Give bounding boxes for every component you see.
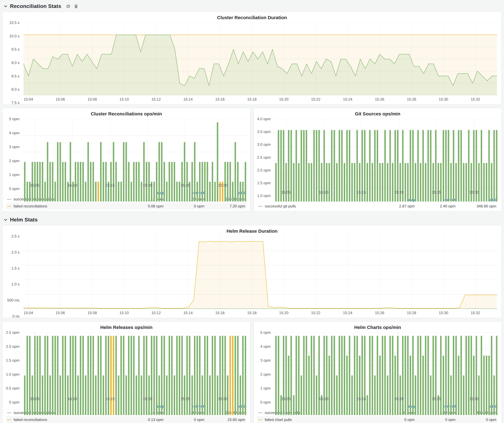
x-tick-label: 15:30: [469, 190, 479, 194]
row-header-helm-stats[interactable]: Helm Stats: [2, 215, 502, 225]
gear-icon[interactable]: [66, 4, 70, 9]
x-axis: 15:0415:0615:0815:1015:1215:1415:1615:18…: [22, 309, 498, 316]
x-tick-label: 15:25: [181, 183, 190, 188]
row-header-reconciliation-stats[interactable]: Reconciliation Stats: [2, 1, 502, 12]
panel-title[interactable]: Cluster Reconciliation Duration: [6, 14, 498, 23]
x-tick-label: 15:16: [215, 97, 225, 101]
x-tick-label: 15:18: [247, 311, 257, 315]
legend-row: successful git pulls2.87 opm2.40 opm346.…: [257, 203, 497, 210]
chart-body: 0 ns500 ms1.0 s1.5 s2.0 s2.5 s 15:0415:0…: [6, 236, 498, 316]
y-tick-label: 1.5 opm: [257, 181, 271, 185]
x-tick-label: 15:10: [120, 311, 129, 315]
series-color-dash: [7, 206, 11, 206]
legend-value: 7.20 opm: [204, 204, 245, 208]
y-tick-label: 2.0 opm: [257, 168, 271, 172]
y-tick-label: 500 ms: [7, 298, 19, 302]
plot-area[interactable]: [273, 119, 498, 188]
x-tick-label: 15:16: [215, 311, 225, 315]
panel-title[interactable]: Helm Charts ops/min: [257, 323, 498, 333]
x-tick-label: 15:30: [439, 311, 448, 315]
legend-label[interactable]: failed reconciliations: [13, 204, 47, 208]
plot-area[interactable]: [22, 333, 247, 395]
series-color-dash: [7, 412, 11, 413]
legend-value: 0 opm: [163, 417, 204, 422]
y-axis: 0 ns500 ms1.0 s1.5 s2.0 s2.5 s: [6, 236, 22, 316]
x-tick-label: 15:14: [183, 311, 193, 315]
y-tick-label: 0.5 opm: [6, 386, 19, 390]
y-tick-label: 2.5 opm: [257, 155, 271, 160]
trash-icon[interactable]: [74, 4, 78, 9]
chart-body: 7.5 s8.0 s8.5 s9.0 s9.5 s10.0 s10.5 s 15…: [6, 23, 498, 103]
y-tick-label: 9.0 s: [11, 61, 19, 65]
y-tick-label: 1 opm: [9, 173, 19, 177]
legend-label[interactable]: failed reconciliations: [13, 417, 47, 422]
x-tick-label: 15:12: [151, 311, 161, 315]
x-tick-label: 15:26: [375, 311, 384, 315]
x-tick-label: 15:15: [105, 397, 115, 401]
x-tick-label: 15:25: [432, 190, 441, 194]
panel-cluster-reconciliation-duration: Cluster Reconciliation Duration 7.5 s8.0…: [2, 12, 502, 105]
y-tick-label: 8.0 s: [11, 87, 19, 92]
x-tick-label: 15:10: [120, 97, 129, 101]
legend-label[interactable]: successful git pulls: [265, 204, 296, 208]
legend-value: 2.40 opm: [415, 204, 456, 208]
x-tick-label: 15:24: [343, 97, 352, 101]
plot-area[interactable]: [22, 23, 498, 95]
x-tick-label: 15:05: [30, 183, 39, 188]
plot-area[interactable]: [22, 119, 247, 181]
x-tick-label: 15:20: [143, 183, 152, 188]
chart-body: 1.0 opm1.5 opm2.0 opm2.5 opm3.0 opm3.5 o…: [257, 119, 498, 196]
x-tick-label: 15:08: [88, 311, 97, 315]
x-tick-label: 15:28: [407, 97, 416, 101]
y-tick-label: 4.0 opm: [257, 117, 271, 121]
panel-title[interactable]: Git Sources ops/min: [257, 110, 498, 119]
panel-git-sources-ops: Git Sources ops/min 1.0 opm1.5 opm2.0 op…: [254, 108, 502, 211]
legend-label[interactable]: failed chart pulls: [265, 417, 292, 422]
x-tick-label: 15:15: [357, 190, 366, 194]
chart-body: 0 opm1 opm2 opm3 opm4 opm5 opm 15:0515:1…: [257, 333, 498, 402]
y-tick-label: 3.0 opm: [257, 142, 271, 147]
x-tick-label: 15:32: [471, 311, 480, 315]
y-tick-label: 4 opm: [9, 131, 19, 135]
panel-helm-charts-ops: Helm Charts ops/min 0 opm1 opm2 opm3 opm…: [254, 322, 502, 423]
x-tick-label: 15:06: [56, 97, 65, 101]
y-tick-label: 9.5 s: [11, 47, 19, 52]
chart-body: 0 opm0.5 opm1.0 opm1.5 opm2.0 opm2.5 opm…: [6, 333, 247, 402]
panel-title[interactable]: Helm Releases ops/min: [6, 323, 247, 333]
plot-area[interactable]: [22, 236, 498, 309]
x-tick-label: 15:32: [471, 97, 480, 101]
x-tick-label: 15:10: [319, 190, 328, 194]
x-tick-label: 15:06: [56, 311, 65, 315]
panel-title[interactable]: Helm Release Duration: [6, 227, 498, 236]
y-tick-label: 2 opm: [260, 372, 271, 376]
x-tick-label: 15:26: [375, 97, 384, 101]
x-tick-label: 15:14: [183, 97, 193, 101]
y-tick-label: 0 opm: [9, 400, 19, 405]
x-tick-label: 15:28: [407, 311, 416, 315]
x-tick-label: 15:12: [151, 97, 161, 101]
x-tick-label: 15:30: [218, 183, 228, 188]
row-title: Reconciliation Stats: [10, 3, 61, 9]
panel-helm-releases-ops: Helm Releases ops/min 0 opm0.5 opm1.0 op…: [2, 322, 250, 423]
chevron-down-icon: [3, 4, 8, 8]
x-tick-label: 15:25: [181, 397, 190, 401]
x-tick-label: 15:05: [281, 397, 291, 401]
x-tick-label: 15:20: [279, 97, 288, 101]
y-tick-label: 10.0 s: [9, 34, 19, 38]
panel-cluster-reconciliations-ops: Cluster Reconciliations ops/min 0 opm1 o…: [2, 108, 250, 211]
x-axis: 15:0515:1015:1515:2015:2515:30: [22, 395, 247, 402]
legend-value: 346.80 opm: [456, 204, 496, 208]
x-tick-label: 15:30: [218, 397, 228, 401]
y-tick-label: 2.5 s: [11, 234, 19, 238]
x-tick-label: 15:04: [24, 311, 33, 315]
x-tick-label: 15:15: [105, 183, 115, 188]
y-tick-label: 7.5 s: [11, 101, 19, 105]
legend-value: 0 opm: [415, 417, 456, 422]
panel-title[interactable]: Cluster Reconciliations ops/min: [6, 110, 247, 119]
x-tick-label: 15:04: [24, 97, 33, 101]
plot-area[interactable]: [273, 333, 498, 395]
x-axis: 15:0415:0615:0815:1015:1215:1415:1615:18…: [22, 95, 498, 103]
legend-value: 2.87 opm: [374, 204, 415, 208]
x-tick-label: 15:20: [394, 397, 403, 401]
x-axis: 15:0515:1015:1515:2015:2515:30: [22, 181, 247, 189]
